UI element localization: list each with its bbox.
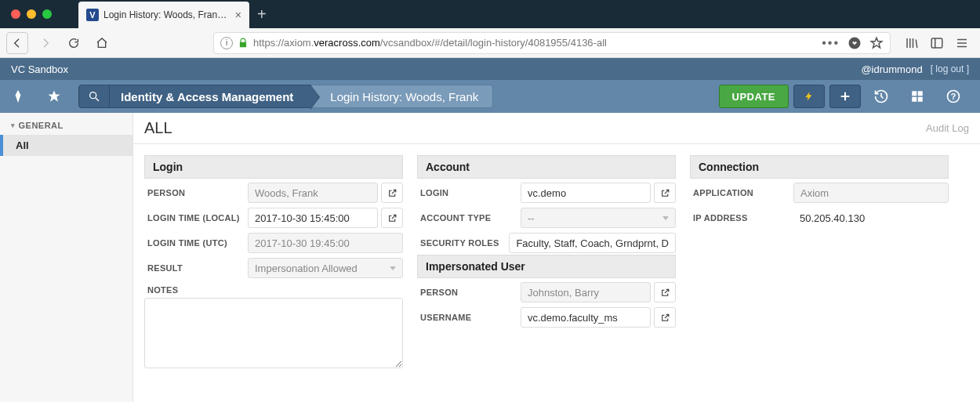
- lock-icon: [238, 38, 249, 49]
- svg-line-3: [96, 98, 99, 101]
- apps-grid-icon[interactable]: [902, 80, 933, 113]
- field-security-roles[interactable]: Faculty, Staff, Coach, Grndprnt, D: [509, 233, 676, 253]
- add-button[interactable]: [829, 85, 861, 108]
- sidebar-section-general[interactable]: GENERAL: [0, 113, 132, 135]
- label-notes: NOTES: [144, 285, 248, 295]
- panel-impersonated-title: Impersonated User: [417, 255, 676, 278]
- open-record-icon[interactable]: [654, 307, 676, 328]
- favorites-icon[interactable]: [36, 80, 72, 113]
- field-imp-person[interactable]: Johnston, Barry: [521, 282, 651, 302]
- tab-title: Login History: Woods, Frank - A: [103, 9, 230, 20]
- svg-rect-0: [931, 38, 942, 48]
- field-login-local[interactable]: 2017-10-30 15:45:00: [248, 208, 378, 228]
- home-button[interactable]: [91, 32, 113, 54]
- current-user: @idrummond: [861, 63, 922, 75]
- label-imp-username: USERNAME: [417, 313, 521, 322]
- maximize-window-icon[interactable]: [42, 9, 52, 19]
- launchpad-icon[interactable]: [0, 80, 36, 113]
- label-login-utc: LOGIN TIME (UTC): [144, 238, 248, 248]
- open-record-icon[interactable]: [654, 282, 676, 302]
- label-account-type: ACCOUNT TYPE: [417, 213, 521, 223]
- history-icon[interactable]: [866, 80, 897, 113]
- label-security-roles: SECURITY ROLES: [417, 238, 509, 248]
- svg-rect-5: [918, 91, 923, 96]
- reload-button[interactable]: [63, 32, 85, 54]
- site-info-icon[interactable]: i: [220, 37, 233, 49]
- update-button[interactable]: UPDATE: [719, 85, 789, 108]
- app-toolbar: Identity & Access Management Login Histo…: [0, 80, 980, 113]
- browser-toolbar: i https://axiom.veracross.com/vcsandbox/…: [0, 28, 980, 58]
- help-icon[interactable]: ?: [938, 80, 969, 113]
- more-actions-icon[interactable]: •••: [822, 36, 840, 50]
- sidebar-icon[interactable]: [930, 36, 944, 50]
- action-bolt-button[interactable]: [793, 85, 825, 108]
- library-icon[interactable]: [905, 36, 919, 50]
- forward-button[interactable]: [34, 32, 56, 54]
- label-login-local: LOGIN TIME (LOCAL): [144, 213, 248, 223]
- label-person: PERSON: [144, 188, 248, 197]
- new-tab-button[interactable]: +: [257, 5, 267, 24]
- sidebar: GENERAL All: [0, 113, 133, 402]
- search-button[interactable]: [78, 85, 110, 108]
- label-imp-person: PERSON: [417, 288, 521, 297]
- browser-titlebar: V Login History: Woods, Frank - A × +: [0, 0, 980, 28]
- field-ip-address: 50.205.40.130: [793, 212, 865, 224]
- tab-favicon: V: [86, 9, 99, 21]
- field-account-login[interactable]: vc.demo: [521, 183, 651, 203]
- field-account-type[interactable]: --: [521, 208, 676, 228]
- app-header: VC Sandbox @idrummond [ log out ]: [0, 58, 980, 80]
- label-ip: IP ADDRESS: [690, 213, 793, 223]
- field-login-utc[interactable]: 2017-10-30 19:45:00: [248, 233, 403, 253]
- field-notes[interactable]: [144, 298, 403, 368]
- label-application: APPLICATION: [690, 188, 793, 197]
- close-window-icon[interactable]: [11, 9, 20, 19]
- svg-rect-6: [912, 97, 916, 102]
- label-account-login: LOGIN: [417, 188, 521, 197]
- panel-connection-title: Connection: [690, 155, 949, 179]
- field-result[interactable]: Impersonation Allowed: [248, 258, 403, 278]
- main-content: ALL Audit Log Login PERSON Woods, Frank …: [133, 113, 980, 402]
- breadcrumb-record[interactable]: Login History: Woods, Frank: [311, 85, 493, 108]
- logout-link[interactable]: [ log out ]: [931, 63, 969, 74]
- svg-point-2: [90, 92, 96, 99]
- open-record-icon[interactable]: [381, 208, 403, 228]
- url-text: https://axiom.veracross.com/vcsandbox/#/…: [253, 37, 607, 49]
- pocket-icon[interactable]: [848, 36, 862, 50]
- menu-icon[interactable]: [955, 36, 969, 50]
- field-application[interactable]: Axiom: [793, 183, 949, 203]
- address-bar[interactable]: i https://axiom.veracross.com/vcsandbox/…: [213, 32, 891, 54]
- open-record-icon[interactable]: [381, 183, 403, 203]
- bookmark-star-icon[interactable]: [869, 36, 884, 50]
- sidebar-item-all[interactable]: All: [0, 135, 132, 156]
- main-header: ALL Audit Log: [133, 113, 980, 144]
- page-title: ALL: [144, 119, 172, 137]
- audit-log-link[interactable]: Audit Log: [926, 122, 969, 134]
- svg-rect-4: [912, 91, 916, 96]
- svg-rect-7: [918, 97, 923, 102]
- window-controls: [0, 9, 52, 19]
- back-button[interactable]: [6, 32, 28, 54]
- field-login-person[interactable]: Woods, Frank: [248, 183, 378, 203]
- field-imp-username[interactable]: vc.demo.faculty_ms: [521, 307, 651, 328]
- panel-account-title: Account: [417, 155, 676, 179]
- app-title: VC Sandbox: [11, 63, 68, 75]
- svg-text:?: ?: [951, 92, 956, 101]
- browser-right-icons: [905, 36, 974, 50]
- minimize-window-icon[interactable]: [27, 9, 36, 19]
- close-tab-icon[interactable]: ×: [235, 9, 241, 21]
- panel-connection: Connection APPLICATION Axiom IP ADDRESS …: [690, 155, 949, 230]
- label-result: RESULT: [144, 263, 248, 273]
- panel-login-title: Login: [144, 155, 403, 179]
- breadcrumb-module[interactable]: Identity & Access Management: [110, 85, 311, 108]
- panel-account: Account LOGIN vc.demo ACCOUNT TYPE --: [417, 155, 676, 330]
- browser-tab[interactable]: V Login History: Woods, Frank - A ×: [78, 2, 249, 28]
- app-body: GENERAL All ALL Audit Log Login PERSON W…: [0, 113, 980, 402]
- panel-login: Login PERSON Woods, Frank LOGIN TIME (LO…: [144, 155, 403, 371]
- open-record-icon[interactable]: [654, 183, 676, 203]
